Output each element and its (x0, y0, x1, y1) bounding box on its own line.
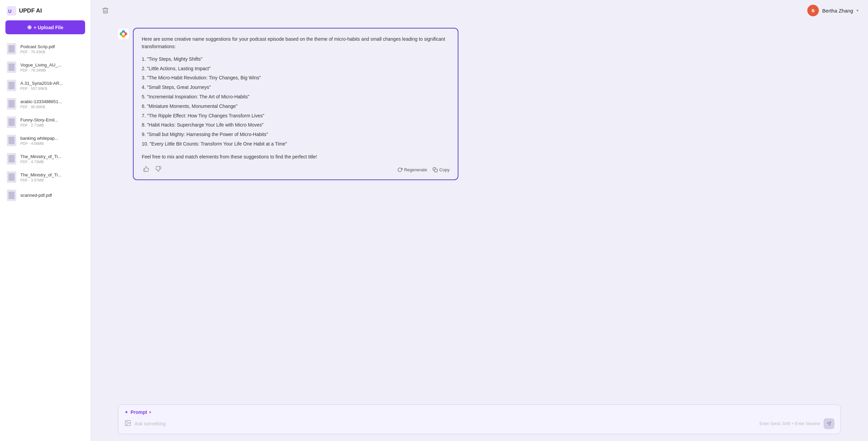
file-item[interactable]: arabic-1333488651... PDF · 90.89KB (0, 95, 91, 113)
file-name: Vogue_Living_AU_... (20, 62, 84, 68)
file-meta: PDF · 78.34MB (20, 68, 84, 72)
prompt-label: Prompt (131, 409, 147, 415)
chat-area: Here are some creative name suggestions … (91, 21, 868, 404)
file-icon (7, 153, 16, 165)
file-name: The_Ministry_of_Ti... (20, 172, 84, 177)
thumbs-up-button[interactable] (142, 165, 151, 174)
file-item[interactable]: scanned-pdf.pdf (0, 186, 91, 205)
file-name: The_Ministry_of_Ti... (20, 154, 84, 159)
file-meta: PDF · 4.73MB (20, 160, 84, 164)
ai-logo-icon (118, 28, 129, 39)
ai-message: Here are some creative name suggestions … (118, 28, 841, 180)
file-meta: PDF · 2.71MB (20, 123, 84, 127)
trash-icon (102, 7, 109, 14)
user-avatar: B (807, 5, 819, 16)
file-icon (7, 43, 16, 55)
svg-rect-8 (434, 169, 437, 172)
image-upload-button[interactable] (124, 420, 131, 428)
sidebar: U UPDF AI ⊕ + Upload File Podcast Scrip.… (0, 0, 91, 441)
copy-label: Copy (439, 167, 450, 172)
prompt-input-row: Enter Send; Shift + Enter Newline (124, 418, 834, 429)
suggestion-item: 4. "Small Steps, Great Journeys" (142, 83, 450, 92)
upload-file-button[interactable]: ⊕ + Upload File (5, 20, 85, 34)
send-button[interactable] (824, 418, 834, 429)
thumbs-down-button[interactable] (154, 165, 163, 174)
file-meta: PDF · 557.99KB (20, 87, 84, 91)
ai-intro-text: Here are some creative name suggestions … (142, 35, 450, 51)
main-content: B Bertha Zhang ▾ Here are some creative … (91, 0, 868, 441)
thumbs-up-icon (143, 166, 149, 172)
svg-point-7 (122, 33, 125, 35)
thumbs-down-icon (155, 166, 161, 172)
app-name: UPDF AI (19, 7, 42, 14)
prompt-header: ✦ Prompt ▾ (124, 409, 834, 415)
send-icon (827, 421, 831, 426)
file-meta: PDF · 3.97MB (20, 178, 84, 182)
vote-buttons (142, 165, 163, 174)
file-icon (7, 135, 16, 146)
sparkle-icon: ✦ (124, 409, 129, 415)
file-icon (7, 80, 16, 91)
file-name: Podcast Scrip.pdf (20, 44, 84, 49)
file-meta: PDF · 70.43KB (20, 50, 84, 54)
plus-circle-icon: ⊕ (27, 24, 32, 31)
message-action-buttons: Regenerate Copy (397, 167, 450, 172)
regenerate-icon (397, 167, 402, 172)
file-item[interactable]: The_Ministry_of_Ti... PDF · 4.73MB (0, 150, 91, 168)
svg-point-10 (126, 421, 127, 422)
header: B Bertha Zhang ▾ (91, 0, 868, 21)
copy-icon (433, 167, 438, 172)
regenerate-label: Regenerate (404, 167, 427, 172)
prompt-hint: Enter Send; Shift + Enter Newline (760, 421, 820, 426)
trash-button[interactable] (100, 5, 111, 16)
file-item[interactable]: The_Ministry_of_Ti... PDF · 3.97MB (0, 168, 91, 186)
file-meta: PDF · 90.89KB (20, 105, 84, 109)
copy-button[interactable]: Copy (433, 167, 450, 172)
file-item[interactable]: banking whitepap... PDF · 4.06MB (0, 131, 91, 150)
file-item[interactable]: Funny-Story-Emil... PDF · 2.71MB (0, 113, 91, 131)
suggestion-item: 5. "Incremental Inspiration: The Art of … (142, 92, 450, 102)
file-item[interactable]: Vogue_Living_AU_... PDF · 78.34MB (0, 58, 91, 76)
suggestion-item: 8. "Habit Hacks: Supercharge Your Life w… (142, 120, 450, 130)
ai-actions: Regenerate Copy (142, 165, 450, 174)
file-icon (7, 190, 16, 201)
chevron-down-icon: ▾ (856, 8, 859, 13)
file-name: scanned-pdf.pdf (20, 193, 84, 198)
prompt-input[interactable] (135, 421, 756, 426)
file-name: Funny-Story-Emil... (20, 117, 84, 122)
prompt-chevron-icon[interactable]: ▾ (149, 410, 151, 415)
upload-button-label: + Upload File (34, 25, 63, 30)
suggestion-item: 2. "Little Actions, Lasting Impact" (142, 64, 450, 74)
suggestions-list: 1. "Tiny Steps, Mighty Shifts"2. "Little… (142, 55, 450, 149)
ai-response-bubble: Here are some creative name suggestions … (133, 28, 458, 180)
suggestion-item: 6. "Miniature Moments, Monumental Change… (142, 102, 450, 111)
suggestion-item: 7. "The Ripple Effect: How Tiny Changes … (142, 111, 450, 121)
user-name: Bertha Zhang (822, 8, 853, 14)
file-list: Podcast Scrip.pdf PDF · 70.43KB Vogue_Li… (0, 40, 91, 441)
svg-text:U: U (8, 8, 12, 14)
user-info[interactable]: B Bertha Zhang ▾ (807, 5, 859, 16)
file-name: arabic-1333488651... (20, 99, 84, 104)
file-icon (7, 98, 16, 110)
file-icon (7, 116, 16, 128)
suggestion-item: 9. "Small but Mighty: Harnessing the Pow… (142, 130, 450, 139)
file-item[interactable]: A.31_Syria2018-AR... PDF · 557.99KB (0, 76, 91, 95)
suggestion-item: 10. "Every Little Bit Counts: Transform … (142, 139, 450, 149)
prompt-area: ✦ Prompt ▾ Enter Send; Shift + Enter New… (118, 404, 841, 434)
suggestion-item: 3. "The Micro-Habit Revolution: Tiny Cha… (142, 73, 450, 83)
suggestion-item: 1. "Tiny Steps, Mighty Shifts" (142, 55, 450, 64)
file-icon (7, 61, 16, 73)
regenerate-button[interactable]: Regenerate (397, 167, 427, 172)
image-icon (124, 420, 131, 426)
app-logo: U UPDF AI (0, 0, 91, 20)
file-meta: PDF · 4.06MB (20, 141, 84, 146)
updf-logo-icon: U (7, 6, 16, 16)
ai-footer-text: Feel free to mix and match elements from… (142, 153, 450, 160)
file-name: A.31_Syria2018-AR... (20, 81, 84, 86)
file-name: banking whitepap... (20, 136, 84, 141)
file-item[interactable]: Podcast Scrip.pdf PDF · 70.43KB (0, 40, 91, 58)
file-icon (7, 171, 16, 183)
